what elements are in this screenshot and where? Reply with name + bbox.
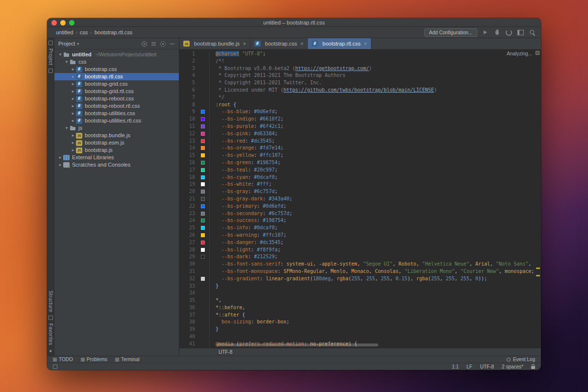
code-token[interactable]: , [331,276,337,281]
chevron-right-icon[interactable]: ▸ [70,80,76,88]
code-line-5[interactable]: 5 * Copyright 2011-2021 Twitter, Inc. [179,79,541,87]
code-token[interactable]: box-sizing [221,319,251,324]
code-token[interactable]: : [254,152,260,158]
code-token[interactable] [216,160,221,165]
code-token[interactable] [216,319,221,324]
code-text[interactable]: */ [210,94,541,101]
tree-item-bootstrap-css[interactable]: ▸#bootstrap.css [54,66,179,73]
code-token[interactable]: ; [287,319,290,324]
code-token[interactable]: https://getbootstrap.com/ [295,66,369,71]
code-token[interactable]: 255 [461,276,469,281]
code-token[interactable]: Roboto [398,261,416,267]
chevron-right-icon[interactable]: ▸ [70,147,76,154]
code-token[interactable]: , [357,261,363,267]
code-token[interactable]: --bs-info [221,225,248,230]
chevron-right-icon[interactable]: ▸ [70,139,76,147]
code-token[interactable]: , [242,305,245,310]
code-line-33[interactable]: 33} [179,283,541,290]
code-text[interactable]: --bs-secondary: #6c757d; [210,210,541,218]
color-swatch[interactable] [201,161,205,165]
favorites-star-icon[interactable]: ★ [49,349,52,353]
code-token[interactable]: ; [274,109,277,114]
status-item-1-1[interactable]: 1:1 [452,364,459,369]
code-token[interactable]: --bs-orange [221,145,254,150]
code-token[interactable]: ; [284,232,287,238]
code-token[interactable]: #f8f9fa [257,247,277,252]
inspections-indicator-icon[interactable] [536,51,539,55]
code-token[interactable]: ; [290,196,293,201]
code-text[interactable] [210,333,541,341]
code-token[interactable]: { [239,312,245,318]
code-token[interactable]: : [280,261,286,267]
zoom-button[interactable] [69,20,74,25]
chevron-right-icon[interactable]: ▸ [70,73,76,80]
code-token[interactable]: : [251,160,257,165]
code-token[interactable]: , [392,261,398,267]
code-token[interactable]: ; [277,160,280,165]
code-token[interactable] [216,138,221,144]
tree-item-css[interactable]: ▾css [54,58,179,66]
code-token[interactable]: --bs-pink [221,131,248,136]
code-token[interactable]: --bs-danger [221,240,254,245]
code-token[interactable]: Menlo [331,269,345,274]
code-token[interactable]: ; [274,131,277,136]
code-text[interactable]: --bs-blue: #0d6efd; [210,108,541,116]
code-token[interactable]: ) [434,87,437,93]
code-token[interactable]: --bs-dark [221,254,248,259]
tree-item-scratches-and-consoles[interactable]: ▸Scratches and Consoles [54,161,179,169]
event-log-button[interactable]: Event Log [513,357,535,362]
stripe-label-project[interactable]: Project [48,49,53,65]
code-line-1[interactable]: 1@charset "UTF-8"; [179,50,541,58]
chevron-right-icon[interactable]: ▸ [70,117,76,124]
tree-item-bootstrap-grid-rtl-css[interactable]: ▸#bootstrap-grid.rtl.css [54,88,179,95]
code-token[interactable]: #dc3545 [260,240,280,245]
code-token[interactable]: : [257,203,263,209]
code-token[interactable]: ; [280,152,283,158]
code-token[interactable]: : [248,254,254,259]
status-item-utf-8[interactable]: UTF-8 [480,364,494,369]
code-token[interactable]: ; [280,123,283,129]
code-token[interactable]: #fff [257,181,269,187]
code-token[interactable]: : [257,218,263,223]
tree-item-bootstrap-reboot-css[interactable]: ▸#bootstrap-reboot.css [54,95,179,102]
code-token[interactable]: } [216,326,219,332]
code-line-34[interactable]: 34 [179,290,541,297]
code-token[interactable] [216,240,221,245]
breadcrumb-item-css[interactable]: css [80,29,88,35]
code-token[interactable]: ; [280,240,283,245]
chevron-right-icon[interactable]: ▸ [70,88,76,95]
code-token[interactable] [216,269,221,274]
code-token[interactable]: /*! [216,58,224,64]
code-text[interactable]: * Licensed under MIT (https://github.com… [210,87,541,94]
code-token[interactable]: ; [274,189,277,194]
code-text[interactable]: --bs-red: #dc3545; [210,138,541,145]
color-swatch[interactable] [201,182,205,186]
folder-tool-icon[interactable] [49,69,53,73]
code-line-35[interactable]: 35*, [179,297,541,304]
code-line-18[interactable]: 18 --bs-cyan: #0dcaf0; [179,174,541,181]
lock-icon[interactable] [531,366,535,369]
color-swatch[interactable] [201,233,205,237]
code-token[interactable] [216,247,221,252]
code-line-6[interactable]: 6 * Licensed under MIT (https://github.c… [179,87,541,94]
code-token[interactable]: , [398,269,404,274]
code-token[interactable]: : [260,276,266,281]
code-token[interactable]: -apple-system [319,261,357,267]
color-swatch[interactable] [201,277,205,281]
code-token[interactable]: ; [531,269,534,274]
code-token[interactable]: Monaco [351,269,369,274]
code-token[interactable]: : [254,123,260,129]
tool-window-button-problems[interactable]: Problems [81,357,107,362]
code-token[interactable]: , [313,261,319,267]
color-swatch[interactable] [201,139,205,143]
code-line-17[interactable]: 17 --bs-teal: #20c997; [179,167,541,174]
code-token[interactable]: --bs-warning [221,232,257,238]
code-text[interactable]: } [210,326,541,333]
close-tab-icon[interactable]: × [300,41,303,47]
stripe-label-favorites[interactable]: Favorites [48,323,53,345]
chevron-right-icon[interactable]: ▸ [70,132,76,139]
code-token[interactable]: border-box [257,319,286,324]
code-token[interactable]: 0.15 [395,276,407,281]
code-token[interactable]: : [251,319,257,324]
code-text[interactable]: --bs-gray-dark: #343a40; [210,196,541,203]
